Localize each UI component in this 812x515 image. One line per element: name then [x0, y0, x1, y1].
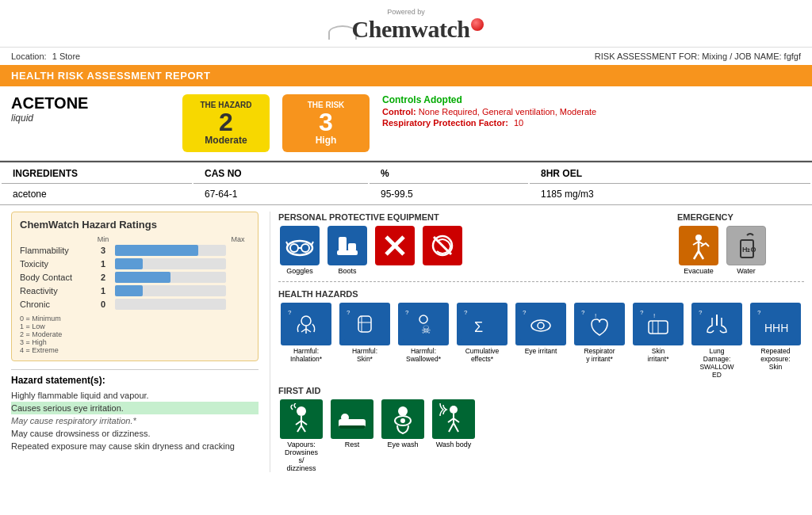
hazard-ratings-title: ChemWatch Hazard Ratings [20, 219, 250, 231]
hazard-number: 2 [197, 109, 255, 135]
svg-line-71 [448, 418, 454, 422]
svg-line-16 [694, 251, 699, 259]
banner-title: HEALTH RISK ASSESSMENT REPORT [11, 70, 210, 82]
svg-line-60 [301, 421, 307, 425]
rest-label: Rest [329, 441, 375, 448]
ingredient-cas: 67-64-1 [193, 185, 368, 203]
col-oel: 8HR OEL [530, 164, 810, 184]
skin-irr-icon: ?! [633, 303, 684, 345]
skin-irr-label: Skinirritant* [630, 347, 686, 363]
svg-point-68 [400, 418, 405, 423]
controls-control: Control: None Required, General ventilat… [382, 107, 801, 116]
hazard-item-resp: ?! Respiratory irritant* [572, 303, 627, 379]
controls-rpf-label: Respiratory Protection Factor: [382, 118, 508, 128]
rating-label: Reactivity [20, 286, 91, 296]
eye-label: Eye irritant [513, 347, 569, 355]
svg-text:!: ! [653, 312, 655, 319]
ppe-item-no [373, 226, 416, 267]
emergency-title: EMERGENCY [677, 212, 733, 222]
ppe-item-swirl [421, 226, 464, 267]
boots-label: Boots [338, 267, 356, 275]
lung-icon: ? [691, 303, 742, 345]
eyewash-label: Eye wash [380, 441, 426, 448]
rating-row: Reactivity 1 [20, 285, 250, 296]
ratings-header: Min Max [20, 235, 250, 243]
risk-box: THE RISK 3 High [282, 94, 370, 152]
svg-line-61 [297, 425, 301, 432]
rating-value: 0 [91, 299, 115, 309]
svg-text:?: ? [464, 309, 468, 316]
ratings-rows: Flammability 3 Toxicity 1 Body Contact 2… [20, 245, 250, 310]
hazard-item-skin: ? Harmful:Skin* [337, 303, 393, 379]
inhalation-icon: ? [281, 303, 331, 345]
controls-rpf-value: 10 [514, 118, 523, 128]
rating-value: 2 [91, 273, 115, 282]
rating-label: Flammability [20, 246, 91, 255]
rating-bar-area [115, 245, 226, 256]
rating-bar-area [115, 272, 226, 283]
svg-line-59 [296, 421, 301, 425]
emergency-item-water: H₂O Water [725, 226, 768, 275]
controls-control-label: Control: [382, 107, 416, 116]
eyewash-icon [381, 399, 424, 439]
emergency-icon-row: Evacuate H₂O Water [677, 226, 804, 275]
skin-label: Harmful:Skin* [337, 347, 393, 363]
ppe-section: PERSONAL PROTECTIVE EQUIPMENT Goggles [278, 212, 669, 275]
hazard-box: THE HAZARD 2 Moderate [182, 94, 270, 152]
risk-assessment-info: RISK ASSESSMENT FOR: Mixing / JOB NAME: … [595, 52, 801, 61]
rating-label: Body Contact [20, 273, 91, 282]
skin-icon: ? [339, 303, 390, 345]
ppe-emergency-row: PERSONAL PROTECTIVE EQUIPMENT Goggles [278, 212, 804, 282]
cumulative-icon: ?Σ [457, 303, 508, 345]
health-hazards-section: HEALTH HAZARDS ? Harmful:Inhalation* ? H… [278, 288, 804, 379]
two-col-layout: ChemWatch Hazard Ratings Min Max Flammab… [0, 205, 812, 479]
rating-value: 3 [91, 246, 115, 255]
chemical-state: liquid [11, 113, 170, 124]
left-column: ChemWatch Hazard Ratings Min Max Flammab… [0, 212, 270, 472]
svg-rect-26 [344, 307, 385, 341]
hazard-item-inhalation: ? Harmful:Inhalation* [278, 303, 334, 379]
ingredient-name: acetone [2, 185, 192, 203]
evacuate-icon [679, 226, 718, 265]
health-hazards-title: HEALTH HAZARDS [278, 289, 358, 299]
rest-icon [331, 399, 373, 439]
svg-text:☠: ☠ [421, 323, 431, 336]
hazard-stmt-item: Repeated exposure may cause skin dryness… [11, 440, 259, 452]
emergency-item-evacuate: Evacuate [677, 226, 720, 275]
svg-text:H₂O: H₂O [742, 246, 756, 254]
svg-rect-20 [285, 307, 327, 341]
logo-text: Chemwatch [352, 16, 470, 43]
svg-rect-9 [347, 250, 358, 255]
logo-ball [471, 18, 484, 31]
ppe-title: PERSONAL PROTECTIVE EQUIPMENT [278, 212, 439, 222]
first-aid-title: FIRST AID [278, 386, 320, 395]
svg-rect-8 [348, 243, 356, 251]
goggles-label: Goggles [286, 267, 313, 275]
right-column: PERSONAL PROTECTIVE EQUIPMENT Goggles [270, 212, 812, 472]
first-aid-icons-row: Vapours:Drowsiness/dizziness Rest Eye wa… [278, 399, 804, 472]
header: Powered by Chemwatch [0, 0, 812, 48]
svg-point-64 [341, 414, 349, 422]
hazard-stmt-item: May cause respiratory irritation.* [11, 414, 259, 427]
hazard-item-lung: ? LungDamage:SWALLOWED [689, 303, 745, 379]
svg-point-14 [695, 235, 702, 241]
hazard-stmt-item: Causes serious eye irritation. [11, 402, 259, 414]
no-icon [375, 226, 415, 265]
chemical-name: ACETONE [11, 94, 170, 113]
controls-control-value: None Required, General ventilation, Mode… [419, 107, 596, 116]
ppe-item-goggles: Goggles [278, 226, 321, 275]
hazard-ratings-box: ChemWatch Hazard Ratings Min Max Flammab… [11, 212, 259, 361]
hazard-stmt-title: Hazard statement(s): [11, 369, 259, 386]
svg-line-17 [699, 251, 703, 259]
resp-label: Respiratory irritant* [572, 347, 627, 363]
rating-label: Chronic [20, 299, 91, 309]
svg-rect-65 [339, 425, 366, 429]
rating-bar-fill [115, 245, 198, 256]
controls-rpf: Respiratory Protection Factor: 10 [382, 118, 801, 128]
hazard-stmt-item: Highly flammable liquid and vapour. [11, 389, 259, 402]
hazard-stmt-rows: Highly flammable liquid and vapour.Cause… [11, 389, 259, 452]
emergency-section: EMERGENCY Evacuate H₂O Water [677, 212, 804, 275]
svg-line-4 [312, 242, 313, 245]
controls-block: Controls Adopted Control: None Required,… [382, 94, 801, 128]
chemical-name-block: ACETONE liquid [11, 94, 170, 124]
